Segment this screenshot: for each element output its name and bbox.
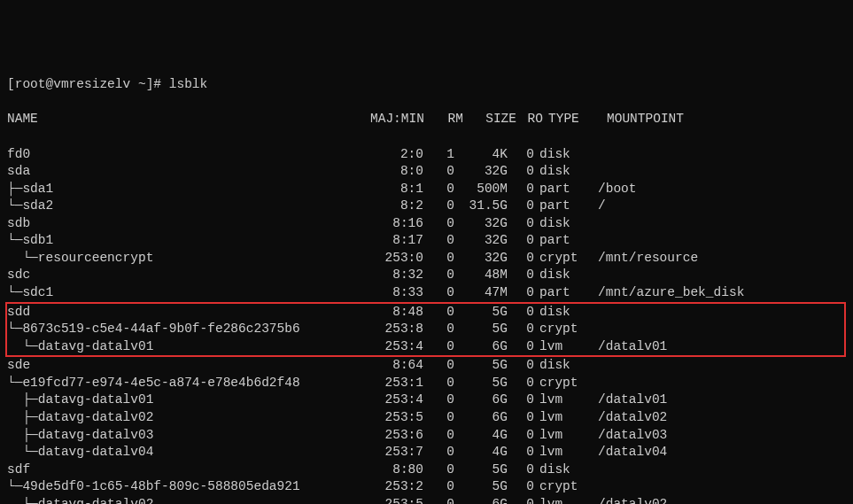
cell-name: sdb — [7, 215, 361, 233]
hdr-name: NAME — [7, 111, 361, 128]
cell-rm: 0 — [423, 375, 454, 392]
cell-type: crypt — [534, 250, 593, 268]
cell-type: disk — [534, 146, 593, 164]
cell-name: ├─datavg-datalv02 — [7, 496, 361, 504]
cell-name: └─e19fcd77-e974-4e5c-a874-e78e4b6d2f48 — [7, 375, 361, 392]
hdr-majmin: MAJ:MIN — [361, 111, 432, 128]
cell-rm: 0 — [423, 409, 454, 427]
cell-type: part — [534, 284, 593, 302]
cell-type: crypt — [534, 478, 593, 496]
cell-rm: 0 — [423, 181, 454, 198]
cell-rm: 0 — [423, 232, 454, 250]
cell-majmin: 8:0 — [361, 163, 423, 181]
cell-majmin: 253:2 — [361, 478, 423, 496]
cell-ro: 0 — [508, 392, 534, 409]
cell-size: 5G — [454, 478, 508, 496]
cell-rm: 0 — [423, 267, 454, 284]
cell-rm: 1 — [423, 146, 454, 164]
cell-size: 4K — [454, 146, 508, 164]
cell-majmin: 253:8 — [361, 321, 423, 338]
cell-majmin: 253:5 — [361, 496, 423, 504]
cell-name: ├─datavg-datalv03 — [7, 427, 361, 445]
cell-size: 47M — [454, 284, 508, 302]
cell-majmin: 8:80 — [361, 461, 423, 479]
cell-size: 6G — [454, 392, 508, 409]
lsblk-row: sdb8:16032G0disk — [7, 215, 846, 233]
cell-ro: 0 — [508, 232, 534, 250]
cell-type: disk — [534, 357, 593, 375]
cell-rm: 0 — [423, 444, 454, 461]
cell-size: 4G — [454, 427, 508, 445]
cell-type: disk — [534, 461, 593, 479]
lsblk-row: sde8:6405G0disk — [7, 357, 846, 375]
cell-majmin: 8:16 — [361, 215, 423, 233]
cell-ro: 0 — [508, 267, 534, 284]
cell-mountpoint: /datalv01 — [593, 392, 667, 409]
cell-ro: 0 — [508, 427, 534, 445]
cell-size: 32G — [454, 250, 508, 268]
cell-name: └─sda2 — [7, 198, 361, 215]
cell-rm: 0 — [423, 392, 454, 409]
command-prompt: [root@vmresizelv ~]# lsblk — [7, 76, 846, 94]
cell-rm: 0 — [423, 478, 454, 496]
cell-size: 32G — [454, 215, 508, 233]
cell-ro: 0 — [508, 181, 534, 198]
cell-type: lvm — [534, 338, 593, 356]
cell-name: ├─datavg-datalv01 — [7, 392, 361, 409]
cell-rm: 0 — [423, 198, 454, 215]
cell-ro: 0 — [508, 444, 534, 461]
cell-type: disk — [534, 163, 593, 181]
lsblk-row: ├─datavg-datalv03253:604G0lvm/datalv03 — [7, 427, 846, 445]
cell-ro: 0 — [508, 461, 534, 479]
cell-ro: 0 — [508, 375, 534, 392]
cell-majmin: 253:1 — [361, 375, 423, 392]
lsblk-row: └─resourceencrypt253:0032G0crypt/mnt/res… — [7, 250, 846, 268]
cell-name: ├─datavg-datalv02 — [7, 409, 361, 427]
cell-rm: 0 — [423, 357, 454, 375]
cell-majmin: 253:4 — [361, 392, 423, 409]
lsblk-row: └─datavg-datalv04253:704G0lvm/datalv04 — [7, 444, 846, 461]
highlighted-region: sdd8:4805G0disk└─8673c519-c5e4-44af-9b0f… — [5, 302, 846, 358]
hdr-mount: MOUNTPOINT — [601, 111, 684, 128]
cell-size: 6G — [454, 496, 508, 504]
cell-size: 500M — [454, 181, 508, 198]
cell-type: disk — [534, 215, 593, 233]
lsblk-row: └─datavg-datalv01253:406G0lvm/datalv01 — [7, 338, 844, 356]
cell-mountpoint: /datalv02 — [593, 496, 667, 504]
cell-majmin: 8:2 — [361, 198, 423, 215]
cell-mountpoint: / — [593, 198, 606, 215]
cell-mountpoint: /datalv03 — [593, 427, 667, 445]
cell-ro: 0 — [508, 198, 534, 215]
cell-name: sdc — [7, 267, 361, 284]
cell-rm: 0 — [423, 215, 454, 233]
cell-size: 4G — [454, 444, 508, 461]
cell-rm: 0 — [423, 163, 454, 181]
lsblk-row: └─sda28:2031.5G0part/ — [7, 198, 846, 215]
cell-rm: 0 — [423, 427, 454, 445]
cell-type: part — [534, 232, 593, 250]
cell-size: 32G — [454, 232, 508, 250]
lsblk-row: fd02:014K0disk — [7, 146, 846, 164]
cell-size: 5G — [454, 461, 508, 479]
cell-ro: 0 — [508, 478, 534, 496]
hdr-ro: RO — [516, 111, 543, 128]
cell-type: lvm — [534, 427, 593, 445]
cell-type: part — [534, 198, 593, 215]
cell-rm: 0 — [423, 321, 454, 338]
lsblk-row: └─8673c519-c5e4-44af-9b0f-fe286c2375b625… — [7, 321, 844, 338]
cell-mountpoint: /datalv02 — [593, 409, 667, 427]
cell-type: crypt — [534, 375, 593, 392]
cell-majmin: 8:32 — [361, 267, 423, 284]
cell-size: 32G — [454, 163, 508, 181]
cell-ro: 0 — [508, 284, 534, 302]
cell-mountpoint: /mnt/azure_bek_disk — [593, 284, 744, 302]
cell-type: lvm — [534, 496, 593, 504]
cell-type: lvm — [534, 392, 593, 409]
cell-rm: 0 — [423, 338, 454, 356]
lsblk-row: sdf8:8005G0disk — [7, 461, 846, 479]
cell-size: 5G — [454, 357, 508, 375]
cell-name: └─datavg-datalv04 — [7, 444, 361, 461]
cell-name: └─sdc1 — [7, 284, 361, 302]
cell-size: 6G — [454, 338, 508, 356]
cell-type: disk — [534, 304, 593, 322]
